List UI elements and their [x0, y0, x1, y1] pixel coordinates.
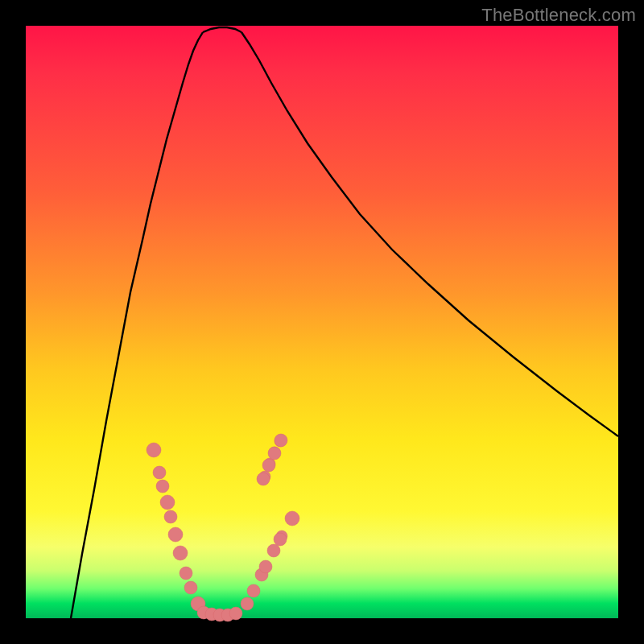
data-dot [247, 584, 260, 597]
flat-bottom-line [203, 27, 242, 32]
data-dot [156, 480, 169, 493]
data-dot [262, 459, 275, 472]
data-dot [274, 533, 287, 546]
data-dot [164, 510, 177, 523]
plot-area [26, 26, 618, 618]
watermark-text: TheBottleneck.com [481, 5, 636, 26]
data-dot [257, 473, 270, 485]
data-dot [241, 597, 254, 610]
data-dot [275, 434, 287, 447]
data-dot [229, 607, 242, 620]
right-branch-line [242, 32, 618, 436]
data-dots [147, 434, 299, 621]
data-dot [267, 544, 280, 557]
data-dot [259, 560, 272, 573]
data-dot [153, 466, 166, 479]
chart-frame: TheBottleneck.com [0, 0, 644, 644]
data-dot [147, 443, 161, 457]
data-dot [168, 527, 183, 542]
left-branch-line [71, 32, 203, 618]
data-dot [160, 495, 175, 510]
chart-svg [26, 26, 618, 618]
data-dot [180, 567, 192, 580]
data-dot [173, 546, 188, 560]
data-dot [268, 447, 281, 460]
data-dot [285, 511, 299, 526]
data-dot [184, 581, 197, 594]
